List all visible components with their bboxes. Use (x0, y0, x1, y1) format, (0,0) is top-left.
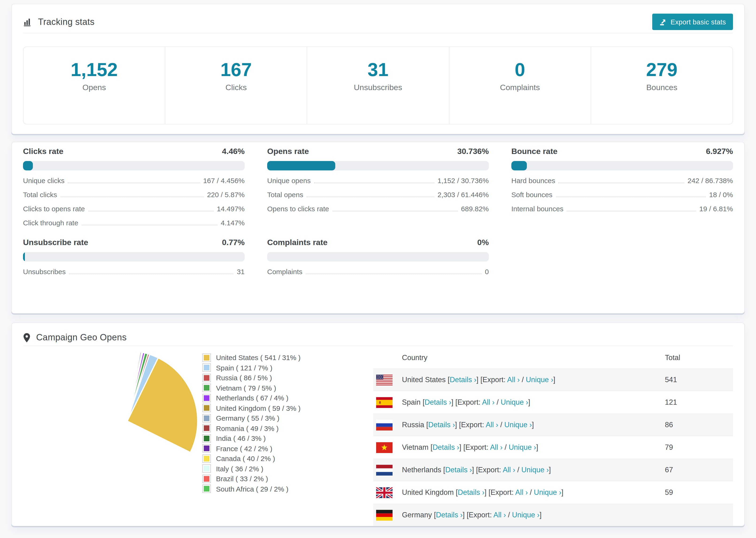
export-all-link[interactable]: All › (490, 443, 503, 451)
table-row: Netherlands [Details ›] [Export: All › /… (373, 459, 733, 481)
progress-bar-fill (23, 161, 33, 170)
stat-value: 0 (449, 59, 590, 80)
export-unique-link[interactable]: Unique › (534, 488, 561, 496)
legend-item: Brazil ( 33 / 2% ) (201, 474, 356, 484)
legend-item: Canada ( 40 / 2% ) (201, 454, 356, 463)
details-link[interactable]: Details › (428, 421, 455, 429)
export-all-link[interactable]: All › (482, 398, 495, 406)
geo-content: United States ( 541 / 31% ) Spain ( 121 … (12, 346, 744, 526)
header-divider (23, 33, 733, 33)
export-unique-link[interactable]: Unique › (521, 466, 549, 474)
legend-label: Canada ( 40 / 2% ) (216, 455, 275, 463)
column-country: Country (402, 353, 665, 362)
legend-item: France ( 42 / 2% ) (201, 443, 356, 454)
legend-swatch (203, 435, 210, 442)
geo-table: Country Total United States [Details ›] … (373, 347, 733, 526)
rate-detail-value: 2,303 / 61.446% (437, 190, 489, 198)
pie-slice (127, 351, 128, 421)
rate-title: Clicks rate (23, 146, 63, 157)
stat-value: 279 (591, 59, 732, 80)
legend-swatch (203, 485, 210, 493)
country-total: 541 (665, 376, 733, 384)
export-all-link[interactable]: All › (515, 488, 528, 496)
export-icon (659, 18, 667, 26)
rate-detail-row: Click through rate 4.147% (23, 219, 244, 227)
rate-detail-value: 14.497% (217, 205, 244, 213)
country-name: United States (402, 376, 446, 384)
rate-value: 30.736% (458, 146, 489, 157)
export-unique-link[interactable]: Unique › (509, 443, 536, 451)
export-unique-link[interactable]: Unique › (512, 511, 540, 519)
rate-detail-label: Clicks to opens rate (23, 205, 85, 213)
stat-label: Opens (24, 83, 165, 92)
rate-detail-row: Soft bounces 18 / 0% (512, 190, 733, 198)
rate-detail-value: 18 / 0% (709, 190, 733, 198)
legend-item: Spain ( 121 / 7% ) (201, 363, 356, 373)
dotted-leader (88, 211, 213, 211)
stat-label: Bounces (591, 83, 732, 92)
country-flag-icon (376, 487, 393, 498)
export-all-link[interactable]: All › (507, 376, 519, 384)
details-link[interactable]: Details › (458, 488, 485, 496)
progress-bar (267, 161, 489, 170)
details-link[interactable]: Details › (445, 466, 472, 474)
rate-title: Complaints rate (267, 237, 328, 248)
stats-row: 1,152 Opens 167 Clicks 31 Unsubscribes 0… (23, 46, 733, 125)
legend-label: India ( 46 / 3% ) (216, 435, 266, 443)
details-link[interactable]: Details › (425, 398, 452, 406)
rate-detail-label: Unique opens (267, 177, 311, 185)
rate-detail-row: Clicks to opens rate 14.497% (23, 205, 244, 213)
rate-detail-value: 31 (237, 268, 244, 276)
details-link[interactable]: Details › (436, 511, 463, 519)
rates-grid: Clicks rate 4.46% Unique clicks 167 / 4.… (23, 146, 733, 276)
dotted-leader (567, 211, 696, 211)
export-unique-link[interactable]: Unique › (504, 421, 532, 429)
legend-swatch (203, 374, 210, 382)
rate-detail-label: Total clicks (23, 190, 57, 198)
rate-detail-row: Unique clicks 167 / 4.456% (23, 177, 244, 185)
legend-swatch (203, 425, 210, 432)
rate-detail-row: Unsubscribes 31 (23, 268, 244, 276)
legend-item: United States ( 541 / 31% ) (201, 352, 356, 363)
country-total: 79 (665, 443, 733, 452)
rate-detail-value: 0 (485, 268, 489, 276)
export-all-link[interactable]: All › (503, 466, 515, 474)
export-all-link[interactable]: All › (486, 421, 498, 429)
rate-title: Unsubscribe rate (23, 237, 88, 248)
country-total: 86 (665, 421, 733, 429)
rate-title: Opens rate (267, 146, 309, 157)
export-all-link[interactable]: All › (493, 511, 506, 519)
details-link[interactable]: Details › (450, 376, 476, 384)
dotted-leader (69, 274, 234, 274)
dotted-leader (306, 274, 482, 274)
dotted-leader (306, 197, 434, 197)
rate-detail-value: 4.147% (221, 219, 244, 227)
stat-label: Unsubscribes (307, 83, 449, 92)
rate-detail-label: Unique clicks (23, 177, 65, 185)
table-row: United States [Details ›] [Export: All ›… (373, 368, 733, 391)
legend-label: Spain ( 121 / 7% ) (216, 364, 272, 372)
rate-detail-value: 1,152 / 30.736% (437, 177, 489, 185)
rate-detail-row: Total clicks 220 / 5.87% (23, 190, 244, 198)
stat-value: 31 (307, 59, 449, 80)
dotted-leader (556, 197, 706, 197)
stat-label: Complaints (449, 83, 590, 92)
rate-detail-row: Total opens 2,303 / 61.446% (267, 190, 489, 198)
progress-bar-fill (267, 161, 335, 170)
export-unique-link[interactable]: Unique › (501, 398, 528, 406)
legend-label: Germany ( 55 / 3% ) (216, 414, 279, 422)
export-basic-stats-button[interactable]: Export basic stats (652, 14, 733, 30)
rate-detail-label: Hard bounces (512, 177, 555, 185)
legend-item: Russia ( 86 / 5% ) (201, 373, 356, 383)
progress-bar (23, 252, 244, 261)
dotted-leader (332, 211, 458, 211)
details-link[interactable]: Details › (432, 443, 459, 451)
geo-pie-legend: United States ( 541 / 31% ) Spain ( 121 … (201, 346, 356, 526)
legend-swatch (203, 364, 210, 372)
legend-item: Germany ( 55 / 3% ) (201, 413, 356, 423)
dotted-leader (314, 183, 434, 183)
legend-item: Italy ( 36 / 2% ) (201, 463, 356, 474)
progress-bar (512, 161, 733, 170)
rate-detail-value: 242 / 86.738% (688, 177, 733, 185)
export-unique-link[interactable]: Unique › (526, 376, 553, 384)
